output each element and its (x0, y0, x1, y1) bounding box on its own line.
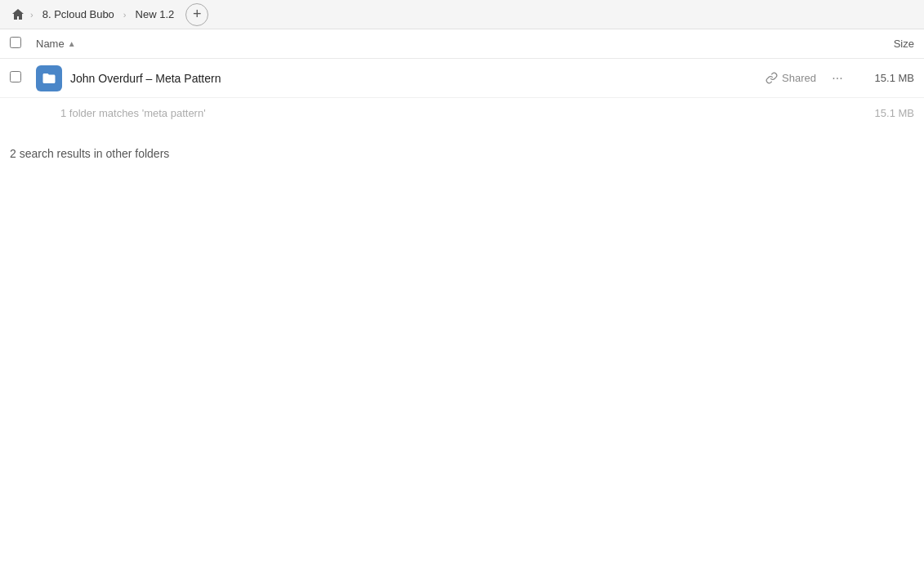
size-column-header[interactable]: Size (849, 38, 914, 50)
select-all-checkbox[interactable] (10, 37, 21, 48)
file-row[interactable]: John Overdurf – Meta Pattern Shared ··· … (0, 59, 924, 98)
summary-size: 15.1 MB (849, 107, 914, 119)
add-button[interactable]: + (185, 3, 208, 26)
file-size-value: 15.1 MB (849, 72, 914, 84)
breadcrumb-separator-2: › (123, 10, 127, 20)
breadcrumb-separator-1: › (30, 10, 33, 20)
file-actions: Shared ··· (766, 67, 849, 90)
more-options-button[interactable]: ··· (826, 67, 849, 90)
summary-row: 1 folder matches 'meta pattern' 15.1 MB (0, 98, 924, 127)
folder-icon (36, 65, 62, 91)
summary-text: 1 folder matches 'meta pattern' (60, 107, 206, 119)
topbar: › 8. Pcloud Bubo › New 1.2 + (0, 0, 924, 29)
file-checkbox-container[interactable] (10, 71, 29, 85)
file-checkbox[interactable] (10, 71, 21, 82)
file-name-label: John Overdurf – Meta Pattern (70, 72, 766, 85)
column-headers: Name ▲ Size (0, 29, 924, 59)
home-button[interactable] (7, 3, 29, 26)
other-folders-section: 2 search results in other folders (0, 127, 924, 170)
breadcrumb-new-1-2[interactable]: New 1.2 (127, 3, 183, 26)
sort-arrow-icon: ▲ (68, 39, 76, 48)
breadcrumb-pcloud-bubo[interactable]: 8. Pcloud Bubo (34, 3, 123, 26)
name-column-header[interactable]: Name ▲ (36, 38, 849, 50)
other-folders-label: 2 search results in other folders (10, 147, 169, 160)
select-all-checkbox-container[interactable] (10, 37, 29, 51)
shared-badge: Shared (766, 72, 816, 84)
shared-label: Shared (782, 72, 816, 84)
